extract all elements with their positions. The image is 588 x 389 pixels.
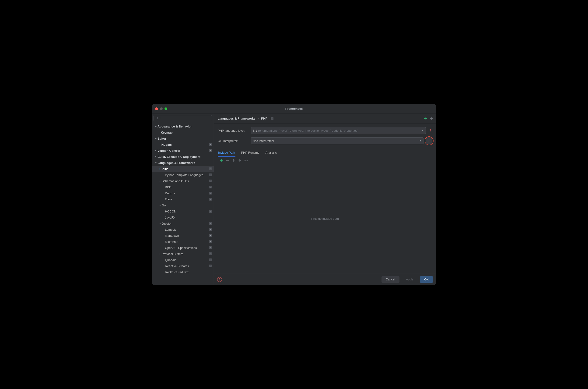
- breadcrumb-bar: Languages & Frameworks › PHP ▫: [214, 113, 436, 124]
- move-up-button[interactable]: [232, 159, 235, 162]
- chevron-down-icon: ▼: [419, 140, 421, 142]
- include-path-empty-text: Provide include path: [218, 164, 432, 274]
- sidebar-item-label: Build, Execution, Deployment: [157, 155, 212, 159]
- apply-button[interactable]: Apply: [402, 276, 418, 283]
- sidebar-item-label: Editor: [157, 137, 212, 140]
- svg-line-1: [157, 119, 158, 119]
- project-badge-icon: ▫: [209, 234, 212, 237]
- sidebar-item-label: Micronaut: [165, 240, 209, 244]
- titlebar: Preferences: [152, 104, 436, 113]
- sidebar-item-label: Go: [162, 204, 212, 207]
- cli-interpreter-row: CLI Interpreter: <no interpreter> ▼ ...: [218, 137, 432, 144]
- project-badge-icon: ▫: [209, 210, 212, 213]
- sidebar-item-lombok[interactable]: Lombok▫: [152, 227, 214, 232]
- sidebar-item-javafx[interactable]: JavaFX: [152, 214, 214, 220]
- sidebar-item-openapi-specifications[interactable]: OpenAPI Specifications▫: [152, 245, 214, 251]
- cancel-button[interactable]: Cancel: [382, 276, 399, 283]
- cli-interpreter-value: <no interpreter>: [253, 139, 275, 143]
- project-badge-icon: ▫: [209, 180, 212, 182]
- help-icon[interactable]: ?: [428, 129, 432, 132]
- chevron-right-icon: ▸: [158, 204, 162, 206]
- sidebar-item-dotenv[interactable]: DotEnv▫: [152, 190, 214, 196]
- dialog-footer: ? Cancel Apply OK: [214, 274, 436, 285]
- sidebar-item-label: Lombok: [165, 228, 209, 231]
- sidebar-item-label: Plugins: [161, 143, 209, 146]
- sidebar-item-label: Python Template Languages: [165, 173, 209, 177]
- sidebar-item-micronaut[interactable]: Micronaut▫: [152, 239, 214, 245]
- sidebar-item-editor[interactable]: ▸Editor: [152, 135, 214, 141]
- nav-forward-button[interactable]: [430, 117, 433, 120]
- sidebar-item-keymap[interactable]: Keymap: [152, 129, 214, 135]
- sidebar-item-bdd[interactable]: BDD▫: [152, 184, 214, 190]
- tab-include-path[interactable]: Include Path: [218, 149, 235, 157]
- sidebar-item-label: DotEnv: [165, 192, 209, 195]
- sidebar-item-flask[interactable]: Flask▫: [152, 196, 214, 202]
- breadcrumb-leaf: PHP: [261, 117, 267, 120]
- project-badge-icon: ▫: [209, 186, 212, 189]
- move-down-button[interactable]: [238, 159, 241, 162]
- include-path-toolbar: A↓Z: [218, 157, 432, 164]
- sidebar-item-label: BDD: [165, 185, 209, 189]
- window-title: Preferences: [152, 107, 436, 110]
- sidebar-item-label: PHP: [162, 167, 209, 171]
- nav-back-button[interactable]: [424, 117, 427, 120]
- sidebar-item-quarkus[interactable]: Quarkus▫: [152, 257, 214, 263]
- svg-point-0: [156, 117, 157, 119]
- project-badge-icon: ▫: [209, 246, 212, 249]
- sidebar-item-label: Keymap: [161, 131, 212, 134]
- search-input[interactable]: ▾: [153, 115, 212, 121]
- sidebar-item-markdown[interactable]: Markdown▫: [152, 232, 214, 239]
- sidebar-item-version-control[interactable]: ▸Version Control▫: [152, 148, 214, 154]
- sidebar-item-restructured-text[interactable]: ReStructured text: [152, 269, 214, 275]
- search-icon: [155, 117, 158, 120]
- project-badge-icon: ▫: [209, 192, 212, 194]
- cli-interpreter-browse-button[interactable]: ...: [426, 137, 432, 144]
- sidebar-item-label: Jupyter: [162, 222, 209, 225]
- cli-interpreter-select[interactable]: <no interpreter> ▼: [251, 137, 423, 144]
- tab-analysis[interactable]: Analysis: [265, 149, 277, 157]
- breadcrumb-separator: ›: [258, 117, 259, 120]
- chevron-right-icon: ▸: [158, 253, 162, 255]
- project-badge-icon: ▫: [209, 173, 212, 176]
- project-badge-icon: ▫: [209, 228, 212, 231]
- sidebar-item-label: JavaFX: [165, 216, 212, 219]
- php-language-level-label: PHP language level:: [218, 129, 248, 132]
- tab-php-runtime[interactable]: PHP Runtime: [240, 149, 260, 157]
- breadcrumb-root[interactable]: Languages & Frameworks: [218, 117, 256, 120]
- sidebar-item-build-execution-deployment[interactable]: ▸Build, Execution, Deployment: [152, 154, 214, 160]
- sidebar-item-schemas-and-dtds[interactable]: ▸Schemas and DTDs▫: [152, 178, 214, 184]
- chevron-right-icon: ▸: [154, 137, 157, 140]
- chevron-right-icon: ▸: [158, 168, 162, 170]
- sidebar-item-appearance-behavior[interactable]: ▸Appearance & Behavior: [152, 123, 214, 129]
- chevron-down-icon: ▾: [154, 162, 157, 164]
- sort-button[interactable]: A↓Z: [244, 159, 248, 162]
- sidebar-item-php[interactable]: ▸PHP▫: [152, 166, 214, 172]
- chevron-right-icon: ▸: [154, 156, 157, 158]
- sidebar-item-label: Version Control: [157, 149, 209, 153]
- cli-interpreter-label: CLI Interpreter:: [218, 139, 248, 143]
- php-tabs: Include PathPHP RuntimeAnalysis: [218, 149, 432, 157]
- project-badge-icon: ▫: [209, 198, 212, 200]
- sidebar-item-go[interactable]: ▸Go: [152, 202, 214, 208]
- sidebar-item-plugins[interactable]: Plugins▫: [152, 141, 214, 148]
- project-badge-icon: ▫: [271, 117, 273, 120]
- remove-button[interactable]: [226, 159, 229, 162]
- add-button[interactable]: [220, 159, 223, 162]
- sidebar-item-reactive-streams[interactable]: Reactive Streams▫: [152, 263, 214, 269]
- sidebar-item-label: Markdown: [165, 234, 209, 237]
- sidebar: ▾ ▸Appearance & BehaviorKeymap▸EditorPlu…: [152, 113, 214, 285]
- sidebar-item-languages-frameworks[interactable]: ▾Languages & Frameworks: [152, 160, 214, 166]
- sidebar-item-protocol-buffers[interactable]: ▸Protocol Buffers▫: [152, 251, 214, 257]
- preferences-window: Preferences ▾ ▸Appearance & BehaviorKeym…: [152, 104, 436, 285]
- sidebar-item-label: Reactive Streams: [165, 264, 209, 268]
- project-badge-icon: ▫: [209, 252, 212, 255]
- php-language-level-select[interactable]: 8.1 (enumerations, 'never' return type, …: [251, 127, 426, 134]
- php-language-level-hint: (enumerations, 'never' return type, inte…: [258, 129, 358, 132]
- sidebar-item-python-template-languages[interactable]: Python Template Languages▫: [152, 172, 214, 178]
- sidebar-item-hocon[interactable]: HOCON▫: [152, 208, 214, 214]
- breadcrumb: Languages & Frameworks › PHP ▫: [218, 117, 273, 120]
- sidebar-item-label: Protocol Buffers: [162, 252, 209, 256]
- ok-button[interactable]: OK: [420, 276, 433, 283]
- sidebar-item-jupyter[interactable]: ▸Jupyter▫: [152, 220, 214, 227]
- help-button[interactable]: ?: [217, 277, 222, 282]
